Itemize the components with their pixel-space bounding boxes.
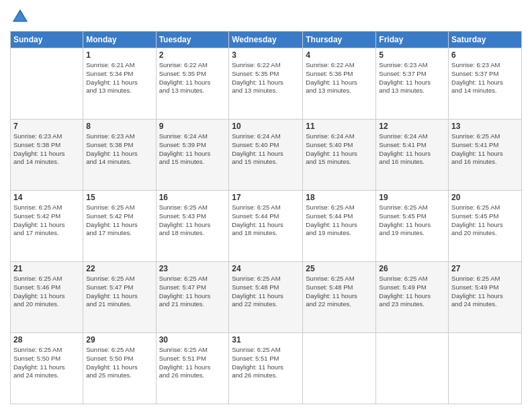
- day-info: Sunrise: 6:23 AMSunset: 5:37 PMDaylight:…: [379, 61, 445, 95]
- day-number: 17: [232, 193, 300, 202]
- day-number: 11: [306, 122, 373, 131]
- header: [10, 7, 522, 27]
- day-number: 30: [159, 335, 226, 345]
- day-info: Sunrise: 6:25 AMSunset: 5:50 PMDaylight:…: [13, 346, 80, 380]
- day-info: Sunrise: 6:25 AMSunset: 5:51 PMDaylight:…: [159, 346, 226, 380]
- calendar-cell: 19Sunrise: 6:25 AMSunset: 5:45 PMDayligh…: [376, 191, 449, 262]
- day-header-saturday: Saturday: [449, 32, 522, 48]
- day-info: Sunrise: 6:25 AMSunset: 5:46 PMDaylight:…: [13, 275, 80, 309]
- day-header-friday: Friday: [376, 32, 449, 48]
- calendar-cell: [449, 333, 522, 404]
- day-info: Sunrise: 6:25 AMSunset: 5:50 PMDaylight:…: [86, 346, 152, 380]
- day-info: Sunrise: 6:23 AMSunset: 5:38 PMDaylight:…: [86, 132, 152, 167]
- day-header-thursday: Thursday: [303, 32, 376, 48]
- day-info: Sunrise: 6:22 AMSunset: 5:35 PMDaylight:…: [232, 61, 300, 95]
- calendar-cell: 1Sunrise: 6:21 AMSunset: 5:34 PMDaylight…: [83, 48, 156, 120]
- calendar-cell: 8Sunrise: 6:23 AMSunset: 5:38 PMDaylight…: [83, 120, 156, 191]
- day-header-sunday: Sunday: [11, 32, 83, 48]
- calendar-cell: 22Sunrise: 6:25 AMSunset: 5:47 PMDayligh…: [83, 262, 156, 333]
- day-info: Sunrise: 6:25 AMSunset: 5:49 PMDaylight:…: [451, 275, 519, 309]
- day-number: 3: [232, 50, 300, 60]
- day-number: 20: [451, 193, 519, 202]
- day-header-monday: Monday: [83, 32, 156, 48]
- day-number: 24: [232, 264, 300, 273]
- day-info: Sunrise: 6:25 AMSunset: 5:41 PMDaylight:…: [451, 132, 519, 167]
- week-row-2: 7Sunrise: 6:23 AMSunset: 5:38 PMDaylight…: [11, 120, 522, 191]
- day-number: 10: [232, 122, 300, 131]
- day-number: 16: [159, 193, 226, 202]
- day-number: 27: [451, 264, 519, 273]
- day-number: 29: [86, 335, 152, 345]
- calendar-cell: 28Sunrise: 6:25 AMSunset: 5:50 PMDayligh…: [11, 333, 83, 404]
- calendar-cell: 25Sunrise: 6:25 AMSunset: 5:48 PMDayligh…: [303, 262, 376, 333]
- day-info: Sunrise: 6:25 AMSunset: 5:48 PMDaylight:…: [232, 275, 300, 309]
- calendar-cell: 11Sunrise: 6:24 AMSunset: 5:40 PMDayligh…: [303, 120, 376, 191]
- day-info: Sunrise: 6:25 AMSunset: 5:45 PMDaylight:…: [451, 203, 519, 238]
- calendar-cell: 15Sunrise: 6:25 AMSunset: 5:42 PMDayligh…: [83, 191, 156, 262]
- calendar-cell: 2Sunrise: 6:22 AMSunset: 5:35 PMDaylight…: [156, 48, 229, 120]
- calendar-cell: 5Sunrise: 6:23 AMSunset: 5:37 PMDaylight…: [376, 48, 449, 120]
- day-info: Sunrise: 6:21 AMSunset: 5:34 PMDaylight:…: [86, 61, 152, 95]
- day-info: Sunrise: 6:25 AMSunset: 5:44 PMDaylight:…: [306, 203, 373, 238]
- calendar-cell: 10Sunrise: 6:24 AMSunset: 5:40 PMDayligh…: [229, 120, 303, 191]
- page: SundayMondayTuesdayWednesdayThursdayFrid…: [0, 0, 532, 411]
- day-number: 14: [13, 193, 80, 202]
- calendar-cell: 27Sunrise: 6:25 AMSunset: 5:49 PMDayligh…: [449, 262, 522, 333]
- day-info: Sunrise: 6:25 AMSunset: 5:48 PMDaylight:…: [306, 275, 373, 309]
- day-number: 21: [13, 264, 80, 273]
- day-number: 4: [306, 50, 373, 60]
- day-number: 9: [159, 122, 226, 131]
- calendar-cell: 4Sunrise: 6:22 AMSunset: 5:36 PMDaylight…: [303, 48, 376, 120]
- calendar-cell: 17Sunrise: 6:25 AMSunset: 5:44 PMDayligh…: [229, 191, 303, 262]
- day-number: 6: [451, 50, 519, 60]
- calendar-cell: [11, 48, 83, 120]
- calendar-cell: 18Sunrise: 6:25 AMSunset: 5:44 PMDayligh…: [303, 191, 376, 262]
- day-number: 12: [379, 122, 445, 131]
- day-number: 5: [379, 50, 445, 60]
- calendar-cell: 7Sunrise: 6:23 AMSunset: 5:38 PMDaylight…: [11, 120, 83, 191]
- day-number: 13: [451, 122, 519, 131]
- day-info: Sunrise: 6:25 AMSunset: 5:49 PMDaylight:…: [379, 275, 445, 309]
- day-info: Sunrise: 6:25 AMSunset: 5:47 PMDaylight:…: [86, 275, 152, 309]
- calendar-body: 1Sunrise: 6:21 AMSunset: 5:34 PMDaylight…: [11, 48, 522, 404]
- day-header-wednesday: Wednesday: [229, 32, 303, 48]
- day-info: Sunrise: 6:25 AMSunset: 5:44 PMDaylight:…: [232, 203, 300, 238]
- calendar-header: SundayMondayTuesdayWednesdayThursdayFrid…: [11, 32, 522, 48]
- day-header-tuesday: Tuesday: [156, 32, 229, 48]
- calendar-cell: 24Sunrise: 6:25 AMSunset: 5:48 PMDayligh…: [229, 262, 303, 333]
- day-number: 7: [13, 122, 80, 131]
- day-info: Sunrise: 6:24 AMSunset: 5:40 PMDaylight:…: [306, 132, 373, 167]
- calendar-cell: [376, 333, 449, 404]
- header-row: SundayMondayTuesdayWednesdayThursdayFrid…: [11, 32, 522, 48]
- calendar-cell: 31Sunrise: 6:25 AMSunset: 5:51 PMDayligh…: [229, 333, 303, 404]
- day-number: 23: [159, 264, 226, 273]
- week-row-5: 28Sunrise: 6:25 AMSunset: 5:50 PMDayligh…: [11, 333, 522, 404]
- day-number: 18: [306, 193, 373, 202]
- calendar-cell: 13Sunrise: 6:25 AMSunset: 5:41 PMDayligh…: [449, 120, 522, 191]
- logo: [10, 7, 33, 27]
- day-number: 15: [86, 193, 152, 202]
- day-number: 8: [86, 122, 152, 131]
- calendar-cell: 20Sunrise: 6:25 AMSunset: 5:45 PMDayligh…: [449, 191, 522, 262]
- day-number: 19: [379, 193, 445, 202]
- day-info: Sunrise: 6:25 AMSunset: 5:45 PMDaylight:…: [379, 203, 445, 238]
- calendar-cell: 23Sunrise: 6:25 AMSunset: 5:47 PMDayligh…: [156, 262, 229, 333]
- day-info: Sunrise: 6:24 AMSunset: 5:41 PMDaylight:…: [379, 132, 445, 167]
- calendar-cell: 9Sunrise: 6:24 AMSunset: 5:39 PMDaylight…: [156, 120, 229, 191]
- day-number: 25: [306, 264, 373, 273]
- calendar-cell: [303, 333, 376, 404]
- day-info: Sunrise: 6:22 AMSunset: 5:36 PMDaylight:…: [306, 61, 373, 95]
- day-info: Sunrise: 6:25 AMSunset: 5:47 PMDaylight:…: [159, 275, 226, 309]
- day-number: 22: [86, 264, 152, 273]
- calendar-cell: 6Sunrise: 6:23 AMSunset: 5:37 PMDaylight…: [449, 48, 522, 120]
- calendar-table: SundayMondayTuesdayWednesdayThursdayFrid…: [10, 31, 522, 404]
- day-number: 2: [159, 50, 226, 60]
- logo-icon: [10, 7, 30, 27]
- week-row-4: 21Sunrise: 6:25 AMSunset: 5:46 PMDayligh…: [11, 262, 522, 333]
- day-info: Sunrise: 6:23 AMSunset: 5:38 PMDaylight:…: [13, 132, 80, 167]
- calendar-cell: 3Sunrise: 6:22 AMSunset: 5:35 PMDaylight…: [229, 48, 303, 120]
- calendar-cell: 30Sunrise: 6:25 AMSunset: 5:51 PMDayligh…: [156, 333, 229, 404]
- calendar-cell: 12Sunrise: 6:24 AMSunset: 5:41 PMDayligh…: [376, 120, 449, 191]
- calendar-cell: 16Sunrise: 6:25 AMSunset: 5:43 PMDayligh…: [156, 191, 229, 262]
- calendar-cell: 21Sunrise: 6:25 AMSunset: 5:46 PMDayligh…: [11, 262, 83, 333]
